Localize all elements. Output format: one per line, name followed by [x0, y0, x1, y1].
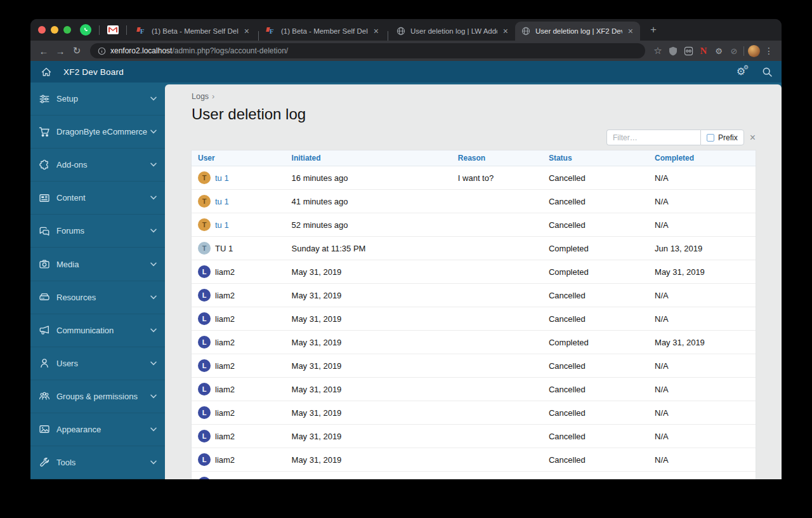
user-link[interactable]: liam2	[215, 291, 235, 300]
sidebar-item-groups-permissions[interactable]: Groups & permissions	[30, 380, 165, 413]
admin-search-icon[interactable]	[762, 67, 773, 77]
completed-cell: Jun 13, 2019	[648, 237, 756, 260]
forward-icon[interactable]: →	[52, 43, 69, 59]
bookmark-star-icon[interactable]: ☆	[650, 43, 665, 58]
prefix-label: Prefix	[718, 133, 738, 142]
users-icon	[39, 390, 50, 402]
profile-avatar[interactable]	[746, 43, 761, 58]
table-row: Lliam2May 31, 2019CancelledN/A	[192, 378, 756, 401]
user-link[interactable]: liam2	[215, 338, 235, 347]
browser-tab[interactable]: F(1) Beta - Member Self Delete×	[131, 22, 256, 41]
back-icon[interactable]: ←	[36, 43, 52, 59]
adblock-shield-icon[interactable]	[665, 43, 681, 58]
initiated-cell: May 31, 2019	[285, 260, 452, 284]
site-info-icon[interactable]	[98, 47, 106, 55]
user-link[interactable]: tu 1	[215, 220, 229, 230]
user-link[interactable]: liam2	[215, 361, 235, 371]
browser-tab[interactable]: User deletion log | LW Addons×	[390, 22, 515, 41]
prefix-checkbox[interactable]	[707, 134, 714, 142]
user-link[interactable]: liam2	[215, 432, 235, 441]
user-cell: Lliam2	[192, 448, 285, 472]
sidebar-item-appearance[interactable]: Appearance	[30, 413, 165, 446]
user-link[interactable]: liam2	[215, 455, 235, 465]
close-icon[interactable]: ×	[243, 27, 251, 36]
breadcrumb[interactable]: Logs›	[192, 92, 756, 101]
sidebar-item-dragonbyte-ecommerce[interactable]: DragonByte eCommerce	[30, 116, 165, 149]
completed-cell: May 31, 2019	[648, 260, 756, 284]
sidebar-item-media[interactable]: Media	[30, 248, 165, 281]
url-path: /admin.php?logs/account-deletion/	[172, 46, 288, 55]
browser-tab[interactable]: User deletion log | XF2 Dev Bo×	[515, 22, 640, 41]
extension-box-icon[interactable]	[681, 43, 696, 58]
filter-clear-icon[interactable]: ×	[750, 133, 756, 143]
sidebar-item-users[interactable]: Users	[30, 347, 165, 380]
tab-divider	[99, 25, 100, 35]
reload-icon[interactable]: ↻	[69, 43, 85, 59]
prefix-toggle[interactable]: Prefix	[700, 130, 744, 145]
browser-menu-icon[interactable]: ⋮	[761, 43, 776, 58]
sidebar-item-label: Setup	[56, 94, 150, 103]
sidebar-item-tools[interactable]: Tools	[30, 446, 165, 479]
user-link[interactable]: liam2	[215, 385, 235, 394]
avatar: T	[198, 242, 211, 255]
close-icon[interactable]: ×	[372, 27, 380, 36]
sliders-icon	[39, 93, 50, 105]
address-bar[interactable]: xenforo2.localhost/admin.php?logs/accoun…	[90, 43, 645, 58]
gmail-pinned-tab[interactable]	[107, 24, 119, 36]
admin-sidebar: Setup DragonByte eCommerce Add-ons Conte…	[30, 83, 165, 479]
sidebar-item-setup[interactable]: Setup	[30, 83, 165, 116]
user-link[interactable]: liam2	[215, 408, 235, 418]
user-link[interactable]: TU 1	[215, 244, 233, 253]
close-icon[interactable]: ×	[502, 27, 509, 36]
sidebar-item-add-ons[interactable]: Add-ons	[30, 149, 165, 182]
column-header: Reason	[452, 150, 542, 166]
user-link[interactable]: tu 1	[215, 173, 229, 183]
board-title[interactable]: XF2 Dev Board	[63, 67, 124, 77]
filter-input[interactable]	[606, 130, 700, 145]
zoom-window-button[interactable]	[63, 26, 71, 34]
user-link[interactable]: liam2	[215, 479, 235, 480]
filter-row: Prefix ×	[192, 129, 756, 146]
initiated-cell: 52 minutes ago	[285, 213, 452, 237]
whatsapp-icon	[80, 24, 91, 36]
sidebar-item-label: Media	[56, 260, 150, 269]
close-window-button[interactable]	[38, 26, 46, 34]
new-tab-button[interactable]: +	[646, 22, 660, 37]
home-icon[interactable]	[39, 67, 53, 77]
status-cell: Cancelled	[542, 166, 648, 190]
status-cell: Cancelled	[542, 284, 648, 307]
table-row: Ttu 116 minutes agoI want to?CancelledN/…	[192, 166, 756, 190]
chevron-down-icon	[150, 427, 157, 432]
sidebar-item-label: Add-ons	[56, 160, 150, 169]
sidebar-item-content[interactable]: Content	[30, 182, 165, 215]
initiated-cell: 16 minutes ago	[285, 166, 452, 190]
breadcrumb-separator: ›	[212, 92, 214, 101]
breadcrumb-logs[interactable]: Logs	[192, 92, 209, 101]
gear-extension-icon[interactable]: ⚙	[711, 43, 726, 58]
table-row: Lliam2May 31, 2019CancelledN/A	[192, 307, 756, 331]
user-link[interactable]: tu 1	[215, 197, 229, 206]
sidebar-item-communication[interactable]: Communication	[30, 314, 165, 347]
initiated-cell: Sunday at 11:35 PM	[285, 237, 452, 260]
table-row: Lliam2May 31, 2019CancelledN/A	[192, 401, 756, 425]
whatsapp-pinned-tab[interactable]	[80, 24, 91, 36]
sidebar-item-forums[interactable]: Forums	[30, 215, 165, 248]
sidebar-item-label: DragonByte eCommerce	[56, 127, 150, 136]
user-cell: Lliam2	[192, 354, 285, 378]
disabled-extension-icon[interactable]: ⊘	[726, 43, 742, 58]
initiated-cell: May 31, 2019	[285, 425, 452, 448]
status-cell: Cancelled	[542, 190, 648, 213]
admin-settings-gears-icon[interactable]: ⚙⚙	[737, 67, 745, 77]
browser-tab[interactable]: F(1) Beta - Member Self Delete×	[261, 22, 386, 41]
sidebar-item-resources[interactable]: Resources	[30, 281, 165, 314]
column-header: User	[192, 150, 285, 166]
reason-cell	[452, 425, 542, 448]
user-link[interactable]: liam2	[215, 267, 235, 277]
close-icon[interactable]: ×	[627, 27, 634, 36]
user-link[interactable]: liam2	[215, 314, 235, 324]
minimize-window-button[interactable]	[51, 26, 58, 34]
netflix-icon[interactable]: N	[696, 43, 711, 58]
window-controls[interactable]	[38, 26, 71, 34]
browser-window: F(1) Beta - Member Self Delete×F(1) Beta…	[30, 19, 782, 479]
initiated-cell: May 31, 2019	[285, 378, 452, 401]
